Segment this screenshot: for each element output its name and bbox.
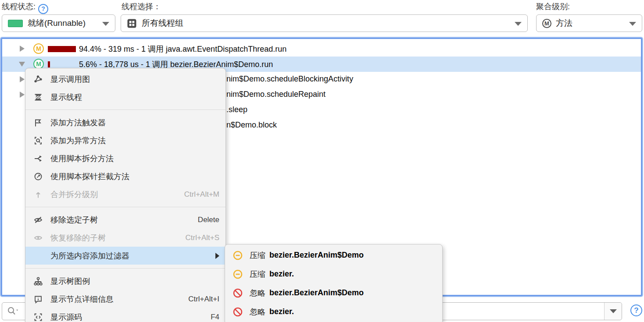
submenu-arrow-icon [215,253,219,259]
chevron-down-icon [610,309,617,313]
table-row[interactable]: M 94.4% - 319 ms - 1 调用 java.awt.EventDi… [2,41,641,57]
search-icon[interactable] [7,306,21,317]
thread-select-label-text: 线程选择： [122,2,161,11]
menu-item-label: 使用脚本拆分方法 [50,153,219,164]
aggregation-label-text: 聚合级别: [536,2,570,11]
thread-groups-icon [127,18,137,28]
thread-select-dropdown[interactable]: 所有线程组 [121,14,528,32]
aggregation-label: 聚合级别: [536,1,570,12]
tree-node-label[interactable]: nim$Demo.scheduleBlockingActivity [226,74,353,84]
submenu-item-ignore-package[interactable]: 忽略 bezier. [225,302,442,321]
menu-item-label: 合并拆分级别 [50,189,184,200]
runnable-color-swatch [8,20,23,27]
circle-slash-icon [232,307,243,317]
aggregation-dropdown[interactable]: M 方法 [536,14,642,32]
menu-separator [25,110,225,110]
thread-select-value: 所有线程组 [142,18,183,29]
thread-select-label: 线程选择： [122,1,161,12]
method-level-icon: M [542,19,551,28]
threads-icon [32,92,44,102]
thread-state-label: 线程状态:? [2,1,48,14]
tree-node-label[interactable]: n$Demo.block [226,120,277,130]
call-graph-icon [32,74,44,84]
menu-item-label: 显示线程 [50,92,219,103]
menu-shortcut: Ctrl+Alt+I [188,295,219,304]
menu-separator [25,207,225,207]
time-bar [48,46,76,52]
circle-minus-icon [232,269,243,280]
menu-item-add-exceptional-method[interactable]: 添加为异常方法 [25,131,225,149]
menu-item-show-node-details[interactable]: 显示节点详细信息 Ctrl+Alt+I [25,290,225,308]
submenu-target-label: bezier. [269,307,294,316]
expand-arrow-icon[interactable] [20,76,25,82]
menu-item-label: 显示节点详细信息 [50,294,188,304]
eye-off-icon [32,215,44,225]
menu-item-restore-removed-subtree: 恢复移除的子树 Ctrl+Alt+S [25,229,225,247]
menu-shortcut: Ctrl+Alt+M [184,190,219,199]
node-info-icon [32,294,44,304]
submenu-action-label: 忽略 [250,307,265,317]
menu-item-label: 移除选定子树 [50,215,198,225]
menu-item-label: 添加方法触发器 [50,117,219,128]
menu-item-show-call-graph[interactable]: 显示调用图 [25,70,225,88]
menu-shortcut: Ctrl+Alt+S [186,234,219,242]
eye-icon [32,233,44,243]
submenu-item-compress-class[interactable]: 压缩 bezier.BezierAnim$Demo [225,246,442,265]
menu-item-merge-split-levels: 合并拆分级别 Ctrl+Alt+M [25,185,225,203]
split-method-icon [32,154,44,163]
menu-item-show-source[interactable]: 显示源码 F4 [25,308,225,322]
tree-node-label[interactable]: nim$Demo.scheduleRepaint [226,90,326,99]
menu-item-add-method-trigger[interactable]: 添加方法触发器 [25,113,225,131]
menu-item-label: 显示调用图 [50,74,219,85]
probe-gauge-icon [32,172,44,181]
submenu-item-compress-package[interactable]: 压缩 bezier. [225,265,442,283]
menu-item-add-filter-for-selection[interactable]: 为所选内容添加过滤器 [25,247,225,265]
thread-state-value: 就绪(Runnable) [28,18,86,29]
circle-slash-icon [232,288,243,298]
flag-icon [32,118,44,127]
filter-submenu: 压缩 bezier.BezierAnim$Demo 压缩 bezier. 忽略 … [225,244,443,322]
menu-item-label: 为所选内容添加过滤器 [50,251,215,261]
help-icon[interactable]: ? [38,4,48,14]
chevron-down-icon [102,22,109,26]
menu-item-show-threads[interactable]: 显示线程 [25,88,225,106]
chevron-down-icon [515,22,522,26]
context-menu: 显示调用图 显示线程 添加方法触发器 添加为异常方法 [25,68,226,322]
submenu-action-label: 忽略 [250,288,265,298]
thread-state-label-text: 线程状态: [2,2,36,11]
menu-item-label: 使用脚本探针拦截方法 [50,171,219,182]
help-icon[interactable]: ? [630,304,642,316]
menu-item-probe-intercept-method[interactable]: 使用脚本探针拦截方法 [25,167,225,185]
merge-levels-icon [32,190,44,199]
method-badge-icon: M [33,43,44,54]
time-bar [48,61,50,67]
menu-item-label: 显示树图例 [50,276,219,287]
menu-shortcut: Delete [198,216,219,224]
submenu-item-ignore-class[interactable]: 忽略 bezier.BezierAnim$Demo [225,283,442,302]
tree-legend-icon [32,276,44,286]
menu-item-split-method-script[interactable]: 使用脚本拆分方法 [25,149,225,167]
exception-method-icon [32,136,44,145]
aggregation-value: 方法 [556,18,572,29]
expand-arrow-icon[interactable] [20,46,25,52]
menu-item-remove-selected-subtree[interactable]: 移除选定子树 Delete [25,211,225,229]
thread-state-dropdown[interactable]: 就绪(Runnable) [2,14,115,32]
source-code-icon [32,312,44,322]
submenu-action-label: 压缩 [250,250,265,261]
submenu-action-label: 压缩 [250,269,265,280]
chevron-down-icon [629,22,636,26]
menu-shortcut: F4 [211,313,219,322]
expand-arrow-icon[interactable] [20,92,25,98]
menu-separator [25,268,225,269]
submenu-target-label: bezier.BezierAnim$Demo [269,251,364,260]
collapse-arrow-icon[interactable] [19,62,25,67]
search-dropdown-button[interactable] [604,303,622,320]
menu-item-label: 显示源码 [50,312,211,322]
submenu-target-label: bezier. [269,269,294,279]
tree-node-label[interactable]: .sleep [226,105,247,114]
tree-node-label[interactable]: 94.4% - 319 ms - 1 调用 java.awt.EventDisp… [79,44,286,54]
submenu-target-label: bezier.BezierAnim$Demo [269,288,364,297]
menu-item-label: 恢复移除的子树 [50,233,186,243]
menu-item-show-tree-legend[interactable]: 显示树图例 [25,272,225,290]
circle-minus-icon [232,250,243,261]
